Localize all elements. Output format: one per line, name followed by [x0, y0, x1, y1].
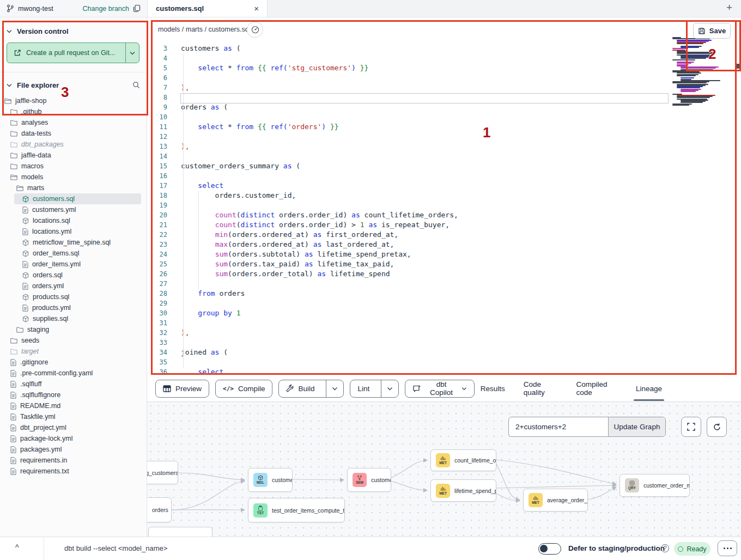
scrollbar-thumb[interactable] — [736, 64, 741, 69]
file-tree-item-locations-yml[interactable]: locations.yml — [0, 226, 147, 237]
lineage-node-customer-order-metrics[interactable]: QRYcustomer_order_metrics — [619, 474, 690, 497]
code-line-24[interactable]: 24 sum(orders.subtotal) as lifetime_spen… — [148, 249, 741, 259]
code-line-12[interactable]: 12 — [148, 132, 741, 142]
code-line-36[interactable]: 36 select — [148, 367, 741, 375]
file-explorer-header[interactable]: File explorer — [0, 78, 147, 92]
new-tab-button[interactable]: + — [726, 2, 732, 14]
file-tree-item-jaffle-shop[interactable]: jaffle-shop — [0, 95, 147, 106]
code-line-21[interactable]: 21 count(distinct orders.order_id) > 1 a… — [148, 220, 741, 230]
lineage-panel[interactable]: stg_customersordersMDLcustomersTSTtest_o… — [147, 401, 741, 537]
file-tree-item-marts[interactable]: marts — [0, 182, 147, 193]
file-tree-item-requirements-txt[interactable]: requirements.txt — [0, 466, 147, 477]
lineage-node-partial[interactable] — [148, 527, 212, 537]
code-line-27[interactable]: 27 — [148, 279, 741, 289]
file-tree-item-data-tests[interactable]: data-tests — [0, 128, 147, 139]
code-line-4[interactable]: 4 — [148, 53, 741, 63]
code-line-23[interactable]: 23 max(orders.ordered_at) as last_ordere… — [148, 240, 741, 249]
create-pr-main[interactable]: Create a pull request on Git... — [7, 43, 125, 63]
file-tree-item-orders-yml[interactable]: orders.yml — [0, 281, 147, 291]
file-tree-item-dbt-project-yml[interactable]: dbt_project.yml — [0, 422, 147, 433]
lineage-node-average-order-value[interactable]: METaverage_order_value — [523, 489, 588, 512]
file-tree-item--sqlfluffignore[interactable]: .sqlfluffignore — [0, 389, 147, 400]
code-line-34[interactable]: 34joined as ( — [148, 348, 741, 357]
fullscreen-button[interactable] — [681, 417, 701, 437]
code-line-11[interactable]: 11 select * from {{ ref('orders') }} — [148, 122, 741, 132]
file-tree-item-readme-md[interactable]: README.md — [0, 400, 147, 411]
file-tree-item-macros[interactable]: macros — [0, 161, 147, 172]
file-tree-item-supplies-sql[interactable]: supplies.sql — [0, 313, 147, 324]
tab-customers-sql[interactable]: customers.sql × — [148, 0, 268, 17]
code-line-28[interactable]: 28 from orders — [148, 289, 741, 299]
file-tree-item-products-yml[interactable]: products.yml — [0, 302, 147, 313]
defer-toggle[interactable] — [538, 543, 561, 555]
code-line-31[interactable]: 31 — [148, 318, 741, 328]
file-tree-item-order-items-sql[interactable]: order_items.sql — [0, 248, 147, 259]
file-tree-item-models[interactable]: models — [0, 172, 147, 182]
file-tree-item--sqlfluff[interactable]: .sqlfluff — [0, 379, 147, 389]
copy-branch-icon[interactable] — [133, 4, 141, 13]
compile-button[interactable]: </> Compile — [215, 380, 272, 398]
lineage-node-stg-customers[interactable]: stg_customers — [147, 461, 178, 484]
code-line-32[interactable]: 32), — [148, 328, 741, 338]
file-tree-item-dbt-packages[interactable]: dbt_packages — [0, 139, 147, 150]
build-dropdown[interactable] — [326, 380, 343, 397]
lineage-selector-input[interactable]: 2+customers+2 — [509, 417, 608, 436]
update-graph-button[interactable]: Update Graph — [608, 417, 665, 436]
model-health-icon[interactable] — [247, 22, 263, 38]
file-tree-item-customers-sql[interactable]: customers.sql — [0, 193, 147, 204]
file-tree-item-customers-yml[interactable]: customers.yml — [0, 204, 147, 215]
expand-console-icon[interactable]: ^ — [15, 543, 19, 552]
lineage-node-lifetime-spend-pretax[interactable]: METlifetime_spend_pretax — [430, 479, 496, 502]
lineage-node-customers[interactable]: MDLcustomers — [248, 468, 293, 492]
file-tree-item-orders-sql[interactable]: orders.sql — [0, 270, 147, 281]
dbt-copilot-button[interactable]: dbt Copilot — [405, 380, 475, 398]
file-tree-item-staging[interactable]: staging — [0, 324, 147, 335]
file-tree-item-package-lock-yml[interactable]: package-lock.yml — [0, 433, 147, 444]
code-line-33[interactable]: 33 — [148, 338, 741, 348]
code-line-16[interactable]: 16 — [148, 171, 741, 181]
code-line-25[interactable]: 25 sum(orders.tax_paid) as lifetime_tax_… — [148, 259, 741, 269]
tab-lineage[interactable]: Lineage — [636, 375, 662, 401]
code-line-7[interactable]: 7), — [148, 83, 741, 93]
build-button[interactable]: Build — [279, 380, 321, 397]
lint-dropdown[interactable] — [381, 380, 398, 397]
code-line-29[interactable]: 29 — [148, 299, 741, 308]
code-line-26[interactable]: 26 sum(orders.order_total) as lifetime_s… — [148, 269, 741, 279]
code-line-35[interactable]: 35 — [148, 357, 741, 367]
file-tree-item-jaffle-data[interactable]: jaffle-data — [0, 150, 147, 161]
close-tab-icon[interactable]: × — [254, 4, 259, 13]
version-control-header[interactable]: Version control — [0, 24, 147, 38]
file-tree-item-locations-sql[interactable]: locations.sql — [0, 215, 147, 226]
tab-results[interactable]: Results — [481, 375, 505, 401]
file-tree-item-requirements-in[interactable]: requirements.in — [0, 455, 147, 466]
code-line-14[interactable]: 14 — [148, 151, 741, 161]
code-line-15[interactable]: 15customer_orders_summary as ( — [148, 161, 741, 171]
code-line-18[interactable]: 18 orders.customer_id, — [148, 191, 741, 200]
code-line-20[interactable]: 20 count(distinct orders.order_id) as co… — [148, 210, 741, 220]
file-tree-item--github[interactable]: .github — [0, 106, 147, 117]
code-line-5[interactable]: 5 select * from {{ ref('stg_customers') … — [148, 63, 741, 73]
code-editor[interactable]: 23customers as (45 select * from {{ ref(… — [148, 41, 741, 375]
lineage-node-customers[interactable]: SEMcustomers — [347, 468, 391, 492]
code-line-9[interactable]: 9orders as ( — [148, 102, 741, 112]
code-line-19[interactable]: 19 — [148, 200, 741, 210]
lineage-node-count-lifetime-orders[interactable]: METcount_lifetime_orders — [430, 449, 496, 471]
lineage-node-test-order-items-compute-to-bools-[interactable]: TSTtest_order_items_compute_to_bools... — [248, 498, 345, 522]
file-tree-item--pre-commit-config-yaml[interactable]: .pre-commit-config.yaml — [0, 368, 147, 379]
help-icon[interactable]: ? — [661, 544, 669, 552]
code-line-13[interactable]: 13), — [148, 142, 741, 151]
file-tree-item-metricflow-time-spine-sql[interactable]: metricflow_time_spine.sql — [0, 237, 147, 248]
file-tree-item-seeds[interactable]: seeds — [0, 335, 147, 346]
more-options-button[interactable] — [718, 540, 737, 556]
code-line-3[interactable]: 3customers as ( — [148, 44, 741, 53]
preview-button[interactable]: Preview — [155, 380, 209, 398]
save-button[interactable]: Save — [693, 23, 731, 39]
file-tree-item-target[interactable]: target — [0, 346, 147, 357]
tab-code-quality[interactable]: Code quality — [524, 375, 558, 401]
search-icon[interactable] — [132, 81, 140, 89]
minimap[interactable] — [671, 37, 720, 106]
create-pr-button[interactable]: Create a pull request on Git... — [7, 42, 139, 63]
file-tree-item-products-sql[interactable]: products.sql — [0, 291, 147, 302]
lint-button[interactable]: Lint — [350, 380, 376, 397]
lineage-node-orders[interactable]: orders — [147, 497, 172, 522]
